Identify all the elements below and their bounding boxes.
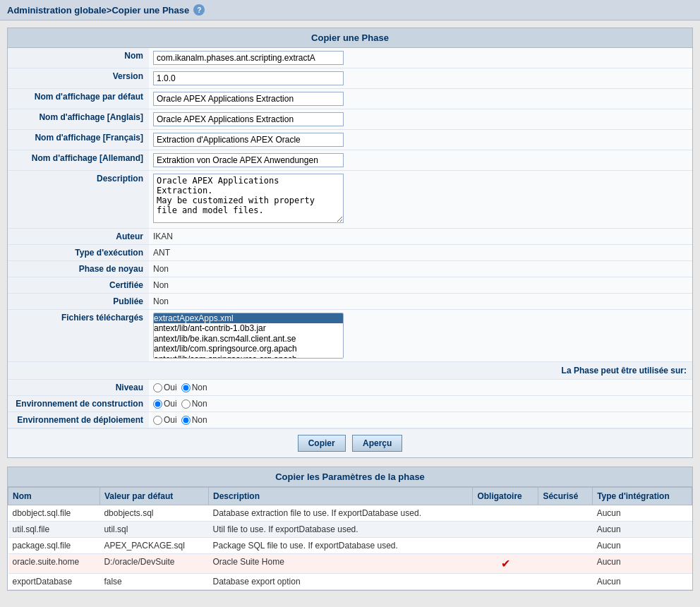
param-valeur: false — [99, 574, 208, 590]
apercu-button[interactable]: Aperçu — [352, 435, 402, 452]
description-label: Description — [8, 171, 149, 229]
auteur-value: IKAN — [153, 230, 173, 243]
nom-affichage-anglais-label: Nom d'affichage [Anglais] — [8, 109, 149, 130]
table-row: package.sql.fileAPEX_PACKAGE.sqlPackage … — [8, 538, 692, 554]
fichiers-select[interactable]: extractApexApps.xmlantext/lib/ant-contri… — [153, 313, 344, 359]
copy-phase-title: Copier une Phase — [8, 28, 692, 48]
param-description: Database extraction file to use. If expo… — [208, 505, 472, 522]
param-nom: dbobject.sql.file — [8, 505, 100, 522]
param-securise — [538, 574, 593, 590]
env-construction-label: Environnement de construction — [8, 396, 149, 412]
params-title: Copier les Paramètres de la phase — [8, 467, 692, 487]
param-valeur: dbobjects.sql — [99, 505, 208, 522]
description-textarea[interactable]: Oracle APEX Applications Extraction. May… — [153, 174, 344, 223]
param-type: Aucun — [593, 505, 692, 522]
param-securise — [538, 505, 593, 522]
param-type: Aucun — [593, 522, 692, 538]
param-securise — [538, 538, 593, 554]
col-valeur: Valeur par défaut — [99, 488, 208, 505]
fichiers-label: Fichiers téléchargés — [8, 310, 149, 362]
nom-affichage-defaut-input[interactable] — [153, 92, 344, 106]
param-type: Aucun — [593, 538, 692, 554]
param-description: Package SQL file to use. If exportDataba… — [208, 538, 472, 554]
param-nom: util.sql.file — [8, 522, 100, 538]
nom-affichage-allemand-input[interactable] — [153, 153, 344, 167]
param-description: Util file to use. If exportDatabase used… — [208, 522, 472, 538]
copy-phase-panel: Copier une Phase Nom Version Nom d'affic… — [7, 28, 693, 458]
type-execution-value: ANT — [153, 246, 170, 259]
param-description: Oracle Suite Home — [208, 554, 472, 574]
breadcrumb: Administration globale>Copier une Phase — [7, 5, 189, 16]
help-icon[interactable]: ? — [193, 4, 205, 16]
param-type: Aucun — [593, 574, 692, 590]
col-obligatoire: Obligatoire — [473, 488, 538, 505]
param-securise — [538, 554, 593, 574]
nom-label: Nom — [8, 48, 149, 68]
table-row: dbobject.sql.filedbobjects.sqlDatabase e… — [8, 505, 692, 522]
certifiee-value: Non — [153, 279, 169, 292]
type-execution-label: Type d'exécution — [8, 245, 149, 261]
col-type: Type d'intégration — [593, 488, 692, 505]
param-valeur: APEX_PACKAGE.sql — [99, 538, 208, 554]
publiee-label: Publiée — [8, 294, 149, 310]
param-obligatoire — [473, 538, 538, 554]
page-header: Administration globale>Copier une Phase … — [0, 0, 700, 20]
niveau-label: Niveau — [8, 380, 149, 396]
param-obligatoire — [473, 522, 538, 538]
certifiee-label: Certifiée — [8, 277, 149, 294]
table-row: oracle.suite.homeD:/oracle/DevSuiteOracl… — [8, 554, 692, 574]
env-deploiement-oui-radio[interactable]: Oui — [153, 415, 177, 425]
nom-affichage-allemand-label: Nom d'affichage [Allemand] — [8, 150, 149, 171]
phase-noyau-label: Phase de noyau — [8, 261, 149, 277]
niveau-non-radio[interactable]: Non — [181, 383, 207, 392]
table-row: exportDatabasefalseDatabase export optio… — [8, 574, 692, 590]
nom-affichage-anglais-input[interactable] — [153, 112, 344, 126]
niveau-oui-radio[interactable]: Oui — [153, 383, 177, 392]
param-securise — [538, 522, 593, 538]
env-deploiement-non-radio[interactable]: Non — [181, 415, 207, 425]
table-row: util.sql.fileutil.sqlUtil file to use. I… — [8, 522, 692, 538]
copier-button[interactable]: Copier — [298, 435, 346, 452]
env-construction-oui-radio[interactable]: Oui — [153, 399, 177, 409]
nom-input[interactable] — [153, 51, 344, 65]
param-nom: package.sql.file — [8, 538, 100, 554]
param-type: Aucun — [593, 554, 692, 574]
param-valeur: D:/oracle/DevSuite — [99, 554, 208, 574]
phase-noyau-value: Non — [153, 263, 169, 275]
param-nom: exportDatabase — [8, 574, 100, 590]
param-valeur: util.sql — [99, 522, 208, 538]
publiee-value: Non — [153, 295, 169, 308]
param-obligatoire — [473, 505, 538, 522]
auteur-label: Auteur — [8, 229, 149, 245]
env-construction-non-radio[interactable]: Non — [181, 399, 207, 409]
phase-utilisee-label: La Phase peut être utilisée sur: — [562, 366, 687, 375]
param-description: Database export option — [208, 574, 472, 590]
param-obligatoire: ✔ — [473, 554, 538, 574]
params-panel: Copier les Paramètres de la phase Nom Va… — [7, 467, 693, 591]
nom-affichage-francais-label: Nom d'affichage [Français] — [8, 130, 149, 150]
param-obligatoire — [473, 574, 538, 590]
col-description: Description — [208, 488, 472, 505]
param-nom: oracle.suite.home — [8, 554, 100, 574]
col-nom: Nom — [8, 488, 100, 505]
nom-affichage-francais-input[interactable] — [153, 133, 344, 147]
env-deploiement-label: Environnement de déploiement — [8, 412, 149, 428]
version-label: Version — [8, 68, 149, 89]
col-securise: Sécurisé — [538, 488, 593, 505]
nom-affichage-defaut-label: Nom d'affichage par défaut — [8, 89, 149, 109]
version-input[interactable] — [153, 71, 344, 85]
